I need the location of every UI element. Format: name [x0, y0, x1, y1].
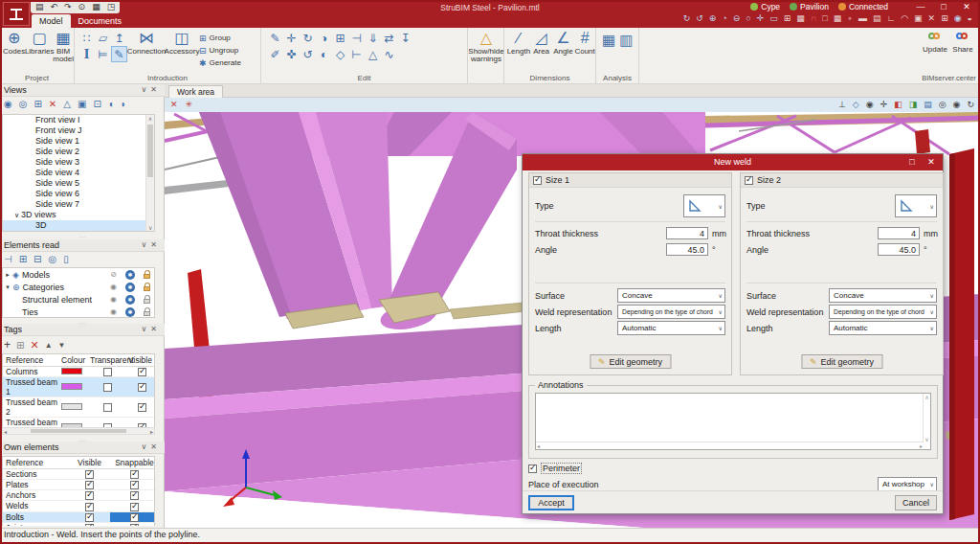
orbit-free-icon[interactable]: ↺	[696, 14, 703, 23]
transparent-checkbox[interactable]	[103, 368, 112, 376]
lock-closed-icon[interactable]	[144, 311, 150, 316]
weld-type-dropdown[interactable]: ∨	[683, 194, 725, 217]
elements-read-close-icon[interactable]: ✕	[150, 240, 161, 249]
angle-button[interactable]: ∠Angle	[551, 28, 574, 56]
colour-swatch[interactable]	[61, 383, 82, 390]
weld-type-dropdown[interactable]: ∨	[895, 194, 937, 217]
snappable-checkbox[interactable]	[130, 470, 139, 479]
tags-h-scrollbar[interactable]: ◂▸	[2, 427, 155, 435]
eye-icon[interactable]: ◉	[110, 295, 117, 304]
tree-row-categories[interactable]: ▾⊛Categories ◉✱	[3, 281, 154, 293]
snappable-checkbox[interactable]	[130, 513, 139, 522]
mirror-v-icon[interactable]: ◑	[316, 30, 332, 46]
place-of-execution-dropdown[interactable]: At workshop∨	[878, 477, 937, 491]
copy-icon[interactable]: ⊞	[332, 30, 348, 46]
lock-open-icon[interactable]	[144, 274, 150, 279]
edit-view-icon[interactable]: ◎	[19, 99, 28, 109]
ortho-toggle-icon[interactable]: ∟	[886, 14, 895, 23]
window-layout-icon[interactable]: ⊞	[941, 14, 948, 23]
tree-row-models[interactable]: ▸◈Models ⊘✱	[3, 268, 154, 281]
delete-tag-icon[interactable]: ✕	[30, 339, 38, 351]
tag-row-columns[interactable]: Columns	[3, 366, 155, 376]
snapshot-icon[interactable]: ▣	[78, 99, 86, 109]
clipping-box-icon[interactable]: ◇	[853, 101, 859, 109]
magnet-icon[interactable]: ∩	[811, 14, 816, 23]
accept-button[interactable]: Accept	[528, 495, 574, 510]
col-header-colour[interactable]: Colour	[58, 354, 87, 366]
elements-read-collapse-icon[interactable]: ∨	[141, 240, 150, 249]
maximize-button[interactable]: □	[932, 0, 955, 14]
lower-section-icon[interactable]: ⇓	[365, 30, 381, 46]
project-badge[interactable]: Pavilion	[790, 2, 829, 11]
own-elements-collapse-icon[interactable]: ∨	[141, 442, 150, 451]
axes-marker-icon[interactable]: ✳	[186, 101, 193, 109]
own-row-sections[interactable]: Sections	[3, 468, 155, 479]
move-up-icon[interactable]: ▲	[45, 341, 53, 350]
cut-icon[interactable]: ✕	[928, 14, 936, 23]
count-button[interactable]: #Count	[574, 28, 595, 56]
column-icon[interactable]: ▯	[63, 254, 69, 264]
orbit-center-icon[interactable]: ✛	[880, 101, 888, 109]
size-2-checkbox[interactable]	[745, 176, 753, 185]
visible-checkbox[interactable]	[85, 491, 94, 500]
view-item[interactable]: Side view 6	[3, 189, 154, 199]
section-x-icon[interactable]: ◧	[894, 101, 902, 109]
own-row-welds[interactable]: Welds	[3, 501, 155, 511]
dimension-toggle-icon[interactable]: ▬	[858, 14, 867, 23]
eye-slashed-icon[interactable]: ⊘	[110, 270, 117, 279]
own-row-plates[interactable]: Plates	[3, 479, 155, 489]
view-item[interactable]: Side view 7	[3, 199, 154, 210]
edit-pencil-icon[interactable]: ✎	[267, 30, 283, 46]
work-area-tab[interactable]: Work area	[168, 85, 223, 98]
duplicate-tag-icon[interactable]: ⊞	[16, 340, 24, 351]
erase-icon[interactable]: ✐	[267, 46, 283, 62]
zoom-window-icon[interactable]: ⊕	[709, 14, 717, 23]
plate-tool-icon[interactable]: ▱	[95, 30, 111, 46]
new-view-icon[interactable]: ◉	[4, 99, 12, 109]
transparent-checkbox[interactable]	[103, 403, 112, 412]
move-point-icon[interactable]: ✜	[283, 46, 300, 62]
minimize-button[interactable]: —	[909, 0, 932, 14]
accessory-button[interactable]: ◫Accessory	[165, 28, 199, 56]
dialog-title-bar[interactable]: New weld □ ✕	[523, 154, 943, 170]
polyline-icon[interactable]: ∿	[381, 46, 397, 62]
gear-icon[interactable]: ✱	[125, 270, 135, 280]
tag-row-trussed-beam-3[interactable]: Trussed beam 3	[3, 417, 155, 427]
drop-beam-icon[interactable]: ↧	[397, 30, 413, 46]
own-elements-close-icon[interactable]: ✕	[150, 442, 161, 451]
visible-checkbox[interactable]	[138, 403, 146, 412]
cype-account[interactable]: Cype	[750, 2, 780, 11]
move-icon[interactable]: ✛	[283, 30, 300, 46]
ungroup-button[interactable]: ⊟Ungroup	[199, 44, 241, 57]
collapse-all-icon[interactable]: ⊟	[33, 254, 41, 264]
surface-dropdown[interactable]: Concave∨	[829, 288, 937, 303]
orbit-view-icon[interactable]: ◔	[722, 14, 726, 23]
length-button[interactable]: ∕Length	[506, 28, 531, 56]
visibility-icon[interactable]: ◎	[49, 254, 57, 264]
snappable-checkbox[interactable]	[130, 524, 139, 526]
perspective-view-icon[interactable]: △	[63, 99, 71, 109]
visible-checkbox[interactable]	[138, 383, 146, 392]
view-item[interactable]: Side view 1	[3, 136, 154, 147]
perimeter-checkbox[interactable]	[528, 465, 537, 473]
move-down-icon[interactable]: ▼	[58, 341, 66, 350]
angle-input[interactable]	[878, 243, 920, 256]
tags-close-icon[interactable]: ✕	[150, 325, 161, 333]
length-dropdown[interactable]: Automatic∨	[829, 321, 937, 335]
rotate-icon[interactable]: ↻	[300, 30, 316, 46]
delete-view-icon[interactable]: ✕	[49, 99, 56, 109]
visible-checkbox[interactable]	[138, 368, 146, 376]
annotations-textarea[interactable]: ∧∨ ◂▸	[535, 393, 931, 450]
weld-tool-icon[interactable]: ✎	[111, 46, 127, 62]
view-group-3d-views[interactable]: ∨ 3D views	[3, 210, 154, 220]
gear-icon[interactable]: ✱	[125, 307, 135, 317]
cancel-button[interactable]: Cancel	[895, 495, 937, 510]
lock-closed-icon[interactable]	[144, 299, 150, 304]
weld-representation-dropdown[interactable]: Depending on the type of chord∨	[617, 305, 725, 319]
view-item[interactable]: Front view J	[3, 125, 154, 136]
col-header-visible[interactable]: Visible	[66, 457, 110, 468]
share-button[interactable]: Share	[949, 28, 976, 54]
orbit-icon[interactable]: ↻	[683, 14, 691, 23]
arc-toggle-icon[interactable]: ◠	[901, 14, 908, 23]
frame-toggle-icon[interactable]: □	[822, 14, 827, 23]
